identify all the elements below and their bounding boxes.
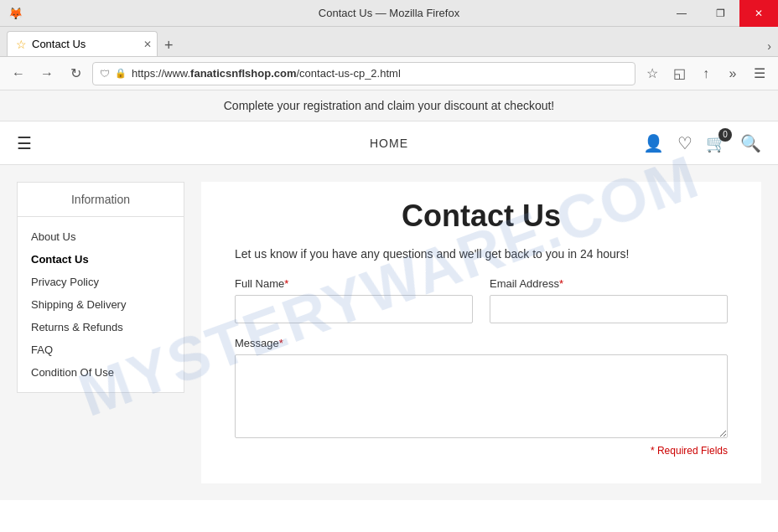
sidebar-nav: About Us Contact Us Privacy Policy Shipp… bbox=[18, 217, 184, 392]
banner-text: Complete your registration and claim you… bbox=[224, 99, 555, 112]
search-icon[interactable]: 🔍 bbox=[740, 133, 761, 153]
extensions-icon[interactable]: » bbox=[721, 62, 744, 85]
cart-icon[interactable]: 🛒 0 bbox=[706, 133, 727, 153]
forward-button[interactable]: → bbox=[35, 62, 59, 85]
form-group-message: Message* bbox=[235, 337, 728, 438]
email-required-star: * bbox=[559, 277, 563, 290]
wishlist-icon[interactable]: ♡ bbox=[677, 133, 692, 153]
message-textarea[interactable] bbox=[235, 354, 728, 438]
sidebar: Information About Us Contact Us Privacy … bbox=[17, 182, 184, 393]
tab-bar: ☆ Contact Us ✕ + › bbox=[0, 27, 778, 57]
form-row-name-email: Full Name* Email Address* bbox=[235, 277, 728, 323]
account-icon[interactable]: 👤 bbox=[643, 133, 664, 153]
lock-icon: 🔒 bbox=[115, 68, 127, 79]
active-tab[interactable]: ☆ Contact Us ✕ bbox=[7, 31, 158, 56]
form-group-email: Email Address* bbox=[490, 277, 728, 323]
sidebar-item-about-us[interactable]: About Us bbox=[18, 225, 184, 248]
browser-titlebar: 🦊 Contact Us — Mozilla Firefox — ❐ ✕ bbox=[0, 0, 778, 27]
back-button[interactable]: ← bbox=[7, 62, 30, 85]
sidebar-item-contact-us[interactable]: Contact Us bbox=[18, 248, 184, 271]
share-icon[interactable]: ↑ bbox=[694, 62, 718, 85]
sidebar-item-privacy-policy[interactable]: Privacy Policy bbox=[18, 271, 184, 293]
sidebar-item-returns[interactable]: Returns & Refunds bbox=[18, 316, 184, 338]
tab-chevron-icon: › bbox=[767, 39, 771, 53]
tab-close-button[interactable]: ✕ bbox=[143, 39, 152, 50]
url-bar[interactable]: 🛡 🔒 https://www.fanaticsnflshop.com/cont… bbox=[92, 62, 635, 85]
fullname-input[interactable] bbox=[235, 295, 473, 323]
fullname-label: Full Name* bbox=[235, 277, 473, 290]
minimize-button[interactable]: — bbox=[662, 0, 701, 27]
fullname-required-star: * bbox=[284, 277, 288, 290]
site-content: Information About Us Contact Us Privacy … bbox=[0, 165, 778, 500]
message-required-star: * bbox=[279, 337, 283, 349]
site-nav: ☰ HOME 👤 ♡ 🛒 0 🔍 bbox=[0, 121, 778, 165]
maximize-button[interactable]: ❐ bbox=[701, 0, 739, 27]
nav-right: 👤 ♡ 🛒 0 🔍 bbox=[643, 133, 761, 153]
required-fields-note: * Required Fields bbox=[235, 445, 728, 457]
pocket-icon[interactable]: ◱ bbox=[667, 62, 691, 85]
toolbar-icons: ☆ ◱ ↑ » ☰ bbox=[641, 62, 771, 85]
window-controls: — ❐ ✕ bbox=[662, 0, 778, 27]
address-bar: ← → ↻ 🛡 🔒 https://www.fanaticsnflshop.co… bbox=[0, 57, 778, 90]
browser-title: Contact Us — Mozilla Firefox bbox=[319, 7, 459, 19]
contact-subtitle: Let us know if you have any questions an… bbox=[235, 247, 728, 261]
contact-title: Contact Us bbox=[235, 199, 728, 234]
form-group-fullname: Full Name* bbox=[235, 277, 473, 323]
tab-label: Contact Us bbox=[32, 38, 86, 50]
close-button[interactable]: ✕ bbox=[739, 0, 778, 27]
reload-button[interactable]: ↻ bbox=[64, 62, 87, 85]
email-input[interactable] bbox=[490, 295, 728, 323]
nav-home-link[interactable]: HOME bbox=[370, 137, 408, 150]
menu-icon[interactable]: ☰ bbox=[748, 62, 771, 85]
firefox-icon: 🦊 bbox=[8, 7, 22, 20]
sidebar-title: Information bbox=[18, 183, 184, 217]
contact-area: Contact Us Let us know if you have any q… bbox=[201, 182, 761, 483]
sidebar-item-shipping[interactable]: Shipping & Delivery bbox=[18, 293, 184, 316]
email-label: Email Address* bbox=[490, 277, 728, 290]
url-text: https://www.fanaticsnflshop.com/contact-… bbox=[132, 67, 401, 80]
new-tab-button[interactable]: + bbox=[164, 38, 174, 53]
sidebar-item-condition-of-use[interactable]: Condition Of Use bbox=[18, 361, 184, 384]
bookmark-star-icon[interactable]: ☆ bbox=[641, 62, 664, 85]
site-banner: Complete your registration and claim you… bbox=[0, 90, 778, 121]
cart-badge: 0 bbox=[718, 128, 732, 142]
tab-favicon: ☆ bbox=[16, 38, 27, 51]
message-label: Message* bbox=[235, 337, 728, 349]
shield-icon: 🛡 bbox=[100, 68, 110, 80]
hamburger-icon[interactable]: ☰ bbox=[17, 133, 32, 153]
sidebar-item-faq[interactable]: FAQ bbox=[18, 338, 184, 361]
